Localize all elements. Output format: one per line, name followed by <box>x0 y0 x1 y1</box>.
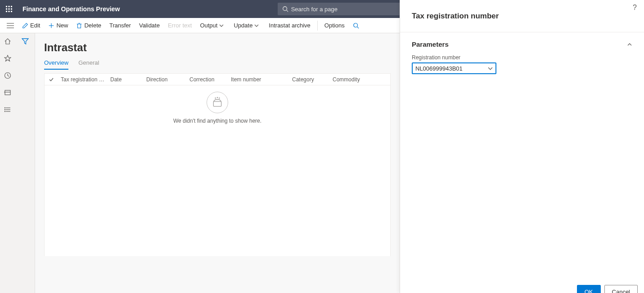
svg-line-20 <box>357 27 359 28</box>
empty-message: We didn't find anything to show here. <box>45 118 390 124</box>
inline-search-button[interactable] <box>349 18 365 33</box>
svg-rect-23 <box>5 90 10 95</box>
error-text-label: Error text <box>168 22 192 29</box>
column-select[interactable] <box>45 77 58 82</box>
column-category[interactable]: Category <box>289 76 330 83</box>
app-launcher-button[interactable] <box>0 0 18 18</box>
empty-state: We didn't find anything to show here. <box>45 85 390 256</box>
svg-rect-8 <box>11 11 12 12</box>
search-icon <box>353 22 359 29</box>
ok-button[interactable]: OK <box>577 285 601 293</box>
registration-number-label: Registration number <box>412 54 632 61</box>
data-grid: Tax registration num... Date Direction C… <box>44 73 391 256</box>
trash-icon <box>76 22 82 29</box>
column-commodity[interactable]: Commodity <box>330 76 390 83</box>
update-label: Update <box>234 22 252 29</box>
funnel-icon <box>22 38 29 45</box>
svg-marker-31 <box>22 39 28 44</box>
home-icon <box>4 38 11 45</box>
svg-rect-2 <box>11 6 12 7</box>
nav-toggle-button[interactable] <box>3 23 18 28</box>
validate-button[interactable]: Validate <box>135 18 164 33</box>
column-date[interactable]: Date <box>108 76 144 83</box>
options-button[interactable]: Options <box>320 18 349 33</box>
svg-rect-6 <box>6 11 7 12</box>
waffle-icon <box>5 5 13 13</box>
dialog-header: Tax registration number ? <box>400 0 644 32</box>
dialog-panel: Tax registration number ? Parameters Reg… <box>400 0 644 293</box>
app-title: Finance and Operations Preview <box>23 5 120 13</box>
column-direction[interactable]: Direction <box>144 76 187 83</box>
dialog-footer: OK Cancel <box>400 285 644 293</box>
nav-recent[interactable] <box>3 71 12 80</box>
clock-icon <box>4 72 11 79</box>
empty-box-icon <box>212 97 223 108</box>
nav-home[interactable] <box>3 37 12 46</box>
svg-point-30 <box>5 111 5 111</box>
transfer-label: Transfer <box>109 22 131 29</box>
dialog-body: Parameters Registration number NL0069999… <box>400 32 644 285</box>
svg-rect-7 <box>9 11 10 12</box>
parameters-label: Parameters <box>412 40 449 48</box>
parameters-section-header[interactable]: Parameters <box>412 39 632 54</box>
left-nav-rail <box>0 33 15 293</box>
output-button[interactable]: Output <box>196 18 230 33</box>
svg-marker-21 <box>5 55 11 61</box>
star-icon <box>4 55 11 62</box>
edit-button[interactable]: Edit <box>18 18 44 33</box>
svg-point-28 <box>5 107 5 108</box>
pencil-icon <box>22 22 28 29</box>
error-text-button: Error text <box>164 18 196 33</box>
svg-line-10 <box>286 10 288 12</box>
dialog-title: Tax registration number <box>412 12 499 21</box>
main-content: Intrastat Overview General Tax registrat… <box>35 33 400 293</box>
delete-label: Delete <box>84 22 101 29</box>
svg-rect-0 <box>6 6 7 7</box>
output-label: Output <box>200 22 217 29</box>
search-placeholder: Search for a page <box>291 6 338 13</box>
svg-point-33 <box>215 98 216 98</box>
chevron-down-icon <box>219 23 224 28</box>
validate-label: Validate <box>139 22 160 29</box>
help-button[interactable]: ? <box>633 4 637 12</box>
svg-rect-3 <box>6 9 7 10</box>
grid-header: Tax registration num... Date Direction C… <box>45 74 390 85</box>
separator <box>317 21 318 31</box>
workspace-icon <box>4 89 11 96</box>
nav-favorites[interactable] <box>3 54 12 63</box>
registration-number-field[interactable]: NL006999943B01 <box>412 62 496 74</box>
hamburger-icon <box>7 23 14 28</box>
page-title: Intrastat <box>44 41 391 54</box>
check-icon <box>49 77 54 82</box>
chevron-up-icon <box>627 42 632 47</box>
delete-button[interactable]: Delete <box>72 18 105 33</box>
intrastat-archive-button[interactable]: Intrastat archive <box>265 18 315 33</box>
column-correction[interactable]: Correction <box>187 76 228 83</box>
list-icon <box>4 106 11 113</box>
column-tax-registration[interactable]: Tax registration num... <box>58 76 108 83</box>
nav-workspaces[interactable] <box>3 88 12 97</box>
tab-general[interactable]: General <box>78 59 99 70</box>
cancel-button[interactable]: Cancel <box>604 285 638 293</box>
svg-rect-16 <box>78 24 81 28</box>
intrastat-archive-label: Intrastat archive <box>269 22 311 29</box>
svg-point-34 <box>217 98 217 98</box>
registration-number-value: NL006999943B01 <box>415 65 488 72</box>
filter-button[interactable] <box>22 38 29 293</box>
new-button[interactable]: New <box>44 18 72 33</box>
svg-point-19 <box>353 23 357 27</box>
column-item-number[interactable]: Item number <box>228 76 289 83</box>
svg-point-35 <box>219 98 220 98</box>
svg-rect-5 <box>11 9 12 10</box>
update-button[interactable]: Update <box>230 18 265 33</box>
nav-modules[interactable] <box>3 105 12 114</box>
transfer-button[interactable]: Transfer <box>105 18 135 33</box>
svg-rect-1 <box>9 6 10 7</box>
tab-overview[interactable]: Overview <box>44 59 68 70</box>
options-label: Options <box>324 22 345 29</box>
empty-icon <box>207 92 228 113</box>
new-label: New <box>56 22 68 29</box>
chevron-down-icon <box>488 66 493 71</box>
search-icon <box>282 6 288 12</box>
tabs: Overview General <box>44 59 391 70</box>
